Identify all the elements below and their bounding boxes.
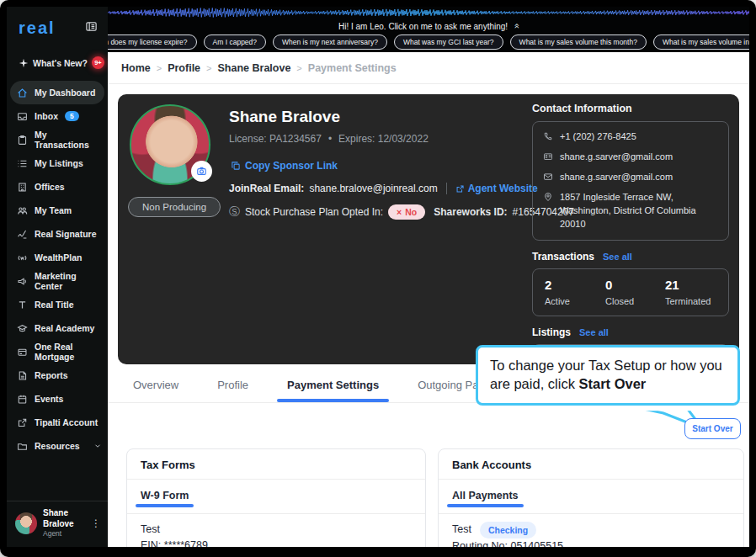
mortgage-icon xyxy=(17,347,28,358)
sidebar-item-whats-new[interactable]: What's New? 9+ xyxy=(7,56,108,69)
avatar xyxy=(15,512,37,534)
tab-overview[interactable]: Overview xyxy=(133,367,178,402)
waveform-decoration xyxy=(108,7,749,19)
inbox-icon xyxy=(17,111,28,122)
report-icon xyxy=(17,370,28,381)
home-icon xyxy=(17,88,28,98)
sidebar-user[interactable]: Shane Bralove Agent ⋮ xyxy=(7,501,108,547)
sidebar-item-my-listings[interactable]: My Listings xyxy=(7,151,108,175)
sidebar-item-inbox[interactable]: Inbox 5 xyxy=(7,104,108,128)
sidebar-collapse-icon[interactable] xyxy=(85,20,98,36)
breadcrumb-profile[interactable]: Profile xyxy=(168,62,200,74)
breadcrumb-separator: > xyxy=(296,63,301,73)
calendar-icon xyxy=(17,394,28,405)
start-over-button[interactable]: Start Over xyxy=(684,418,741,439)
change-photo-button[interactable] xyxy=(191,161,212,182)
breadcrumb-shane-bralove[interactable]: Shane Bralove xyxy=(218,62,291,74)
tax-forms-card: Tax Forms W-9 Form Test EIN: *****6789 D… xyxy=(126,448,426,547)
breadcrumb-payment-settings: Payment Settings xyxy=(308,62,397,74)
sidebar-item-offices[interactable]: Offices xyxy=(7,175,108,199)
leo-assistant-bar[interactable]: Hi! I am Leo. Click on me to ask me anyt… xyxy=(108,7,749,52)
sidebar-item-resources[interactable]: Resources xyxy=(7,434,108,458)
sidebar-item-reports[interactable]: Reports xyxy=(7,363,108,387)
copy-sponsor-link[interactable]: Copy Sponsor Link xyxy=(231,160,338,172)
tab-w9-form[interactable]: W-9 Form xyxy=(141,490,189,507)
transactions-title: Transactions xyxy=(532,251,594,263)
stat-label: Active xyxy=(545,294,605,309)
wealth-icon xyxy=(17,252,28,263)
stat-value: 0 xyxy=(605,276,665,295)
sidebar-item-my-dashboard[interactable]: My Dashboard xyxy=(10,81,104,104)
joinreal-email-value: shane.bralove@joinreal.com xyxy=(309,183,437,194)
contact-info-box: +1 (202) 276-8425 shane.g.sarver@gmail.c… xyxy=(532,121,729,241)
stat-value: 21 xyxy=(665,276,711,295)
sidebar-item-real-signature[interactable]: Real Signature xyxy=(7,222,108,246)
tab-profile[interactable]: Profile xyxy=(217,367,248,402)
sidebar-item-label: Real Title xyxy=(35,300,74,310)
folder-icon xyxy=(17,441,28,452)
tax-payer-name: Test xyxy=(141,522,412,538)
sidebar-item-marketing-center[interactable]: Marketing Center xyxy=(7,269,108,293)
bank-accounts-title: Bank Accounts xyxy=(439,449,743,480)
sidebar-item-label: Real Academy xyxy=(35,323,94,333)
whats-new-badge: 9+ xyxy=(92,56,104,69)
whats-new-label: What's New? xyxy=(33,58,88,68)
building-icon xyxy=(17,182,28,193)
x-icon: × xyxy=(397,207,402,217)
sidebar-item-real-academy[interactable]: Real Academy xyxy=(7,316,108,340)
contact-phone-row: +1 (202) 276-8425 xyxy=(543,130,718,144)
sidebar-item-label: My Transactions xyxy=(35,130,101,150)
academy-icon xyxy=(17,323,28,334)
contact-email-row: shane.g.sarver@gmail.com xyxy=(543,171,718,184)
user-menu-icon[interactable]: ⋮ xyxy=(91,517,101,529)
title-icon xyxy=(17,300,28,310)
team-icon xyxy=(17,205,28,216)
sidebar-item-real-title[interactable]: Real Title xyxy=(7,293,108,316)
listings-see-all-link[interactable]: See all xyxy=(579,327,609,337)
transactions-see-all-link[interactable]: See all xyxy=(603,252,632,262)
sidebar-item-label: Events xyxy=(35,394,63,404)
shareworks-label: Shareworks ID: xyxy=(434,206,507,218)
leo-chip-volume-2023[interactable]: What is my sales volume in 2023 xyxy=(653,34,749,50)
list-icon xyxy=(17,158,28,169)
breadcrumb-separator: > xyxy=(157,63,162,73)
agent-website-link[interactable]: Agent Website xyxy=(455,183,538,194)
sidebar-item-events[interactable]: Events xyxy=(7,387,108,411)
user-name: Shane Bralove xyxy=(43,508,85,529)
sidebar-item-one-real-mortgage[interactable]: One Real Mortgage xyxy=(7,340,108,363)
leo-chip-anniversary[interactable]: When is my next anniversary? xyxy=(273,34,387,50)
tax-ein: EIN: *****6789 xyxy=(141,538,412,547)
leo-greeting[interactable]: Hi! I am Leo. Click on me to ask me anyt… xyxy=(108,21,749,31)
leo-chip-volume-month[interactable]: What is my sales volume this month? xyxy=(510,34,647,50)
tab-all-payments[interactable]: All Payments xyxy=(452,490,519,507)
sidebar-item-label: Marketing Center xyxy=(35,271,101,291)
stock-plan-status-pill: × No xyxy=(388,204,425,220)
status-badge: Non Producing xyxy=(128,197,221,217)
real-logo: real xyxy=(19,19,56,38)
sidebar-item-label: Offices xyxy=(35,182,65,192)
stock-plan-label: Stock Purchase Plan Opted In: xyxy=(245,206,383,218)
bank-routing-no: Routing No: 051405515 xyxy=(452,538,730,547)
account-type-badge: Checking xyxy=(480,522,536,538)
leo-chip-license-expire[interactable]: When does my license expire? xyxy=(108,34,197,50)
collapse-chevrons-icon[interactable]: » xyxy=(511,24,521,29)
license-line: License: PA1234567 • Expires: 12/03/2022 xyxy=(229,133,429,145)
breadcrumb-home[interactable]: Home xyxy=(121,62,151,74)
location-pin-icon xyxy=(543,192,553,202)
sidebar-item-tipalti-account[interactable]: Tipalti Account xyxy=(7,411,108,434)
contact-address-row: 1857 Ingleside Terrace NW, Washington, D… xyxy=(543,191,718,231)
sidebar: real What's New? 9+ My Dashboard Inbox 5… xyxy=(7,7,108,547)
sidebar-item-my-team[interactable]: My Team xyxy=(7,199,108,222)
leo-chip-capped[interactable]: Am I capped? xyxy=(204,34,266,50)
chevron-down-icon xyxy=(93,442,102,450)
bank-account-name: Test xyxy=(452,522,471,538)
leo-chip-gci[interactable]: What was my GCI last year? xyxy=(394,34,503,50)
sidebar-item-wealthplan[interactable]: WealthPlan xyxy=(7,246,108,269)
tab-payment-settings[interactable]: Payment Settings xyxy=(287,367,379,402)
clipboard-icon xyxy=(17,135,28,146)
sidebar-item-label: One Real Mortgage xyxy=(35,342,101,362)
sidebar-item-my-transactions[interactable]: My Transactions xyxy=(7,128,108,151)
sparkles-icon xyxy=(19,58,29,68)
joinreal-email-row: JoinReal Email: shane.bralove@joinreal.c… xyxy=(229,183,538,194)
contact-info-title: Contact Information xyxy=(532,103,729,114)
